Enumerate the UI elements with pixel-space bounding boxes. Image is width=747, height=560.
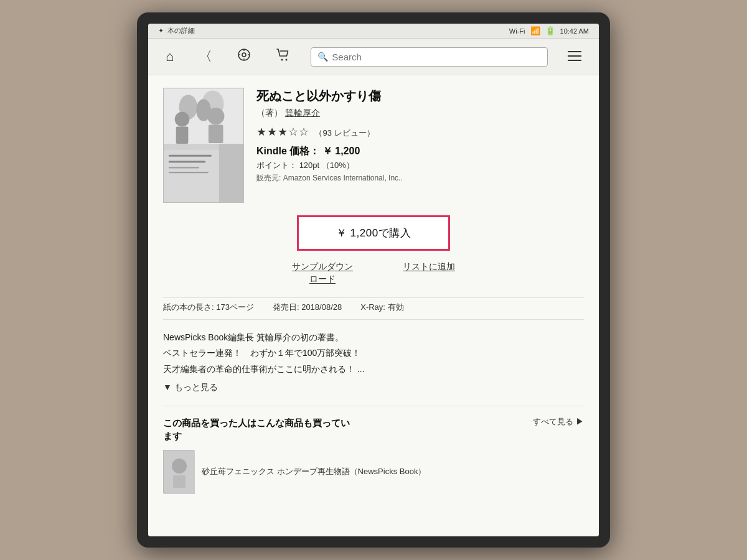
kindle-logo-icon: ✦ — [158, 27, 164, 35]
desc-line2: ベストセラー連発！ わずか１年で100万部突破！ — [163, 345, 584, 361]
app-name: 本の詳細 — [167, 26, 195, 35]
back-button[interactable]: 〈 — [194, 45, 217, 68]
search-input[interactable] — [332, 52, 541, 62]
cart-button[interactable] — [271, 45, 296, 68]
more-link[interactable]: ▼ もっと見る — [163, 382, 584, 393]
rating: ★★★☆☆ （93 レビュー） — [256, 125, 584, 139]
also-bought-title: この商品を買った人はこんな商品も買っています — [163, 416, 527, 442]
svg-rect-28 — [173, 475, 186, 488]
home-button[interactable]: ⌂ — [161, 46, 179, 67]
author-prefix: （著） — [256, 108, 283, 118]
main-content: 死ぬこと以外かすり傷 （著） 箕輪厚介 ★★★☆☆ （93 レビュー） Kind… — [148, 75, 599, 536]
review-count: （93 レビュー） — [314, 128, 374, 138]
points-value: 120pt — [299, 161, 320, 170]
book-description: NewsPicks Book編集長 箕輪厚介の初の著書。 ベストセラー連発！ わ… — [163, 330, 584, 377]
svg-rect-21 — [169, 172, 209, 173]
book-info: 死ぬこと以外かすり傷 （著） 箕輪厚介 ★★★☆☆ （93 レビュー） Kind… — [256, 88, 584, 203]
svg-rect-23 — [176, 126, 189, 144]
book-section: 死ぬこと以外かすり傷 （著） 箕輪厚介 ★★★☆☆ （93 レビュー） Kind… — [163, 88, 584, 203]
wifi-icon: 📶 — [530, 26, 540, 35]
battery-icon: 🔋 — [545, 26, 555, 35]
status-left: ✦ 本の詳細 — [158, 26, 195, 35]
sample-download-link[interactable]: サンプルダウンロード — [292, 261, 353, 285]
kindle-price-label: Kindle 価格： — [256, 146, 319, 156]
book-cover — [163, 88, 244, 203]
stars: ★★★☆☆ — [256, 126, 309, 138]
action-links: サンプルダウンロード リストに追加 — [163, 261, 584, 285]
time-display: 10:42 AM — [560, 27, 589, 35]
also-bought-section: この商品を買った人はこんな商品も買っています すべて見る ▶ 砂丘苺フェニックス… — [163, 406, 584, 493]
book-title: 死ぬこと以外かすり傷 — [256, 88, 584, 104]
buy-button[interactable]: ￥ 1,200で購入 — [297, 215, 450, 251]
points-pct: （10%） — [322, 161, 354, 170]
points: ポイント： 120pt （10%） — [256, 160, 584, 171]
book-meta: 紙の本の長さ: 173ページ 発売日: 2018/08/28 X-Ray: 有効 — [163, 297, 584, 320]
points-label: ポイント： — [256, 161, 297, 170]
status-bar: ✦ 本の詳細 Wi-Fi 📶 🔋 10:42 AM — [148, 24, 599, 39]
pages-meta: 紙の本の長さ: 173ページ — [163, 302, 254, 313]
also-bought-header: この商品を買った人はこんな商品も買っています すべて見る ▶ — [163, 416, 584, 442]
svg-point-6 — [281, 59, 283, 61]
svg-point-24 — [207, 108, 225, 125]
xray-meta: X-Ray: 有効 — [360, 302, 403, 313]
desc-line3: 天才編集者の革命的仕事術がここに明かされる！ ... — [163, 362, 584, 377]
price-section: Kindle 価格： ￥ 1,200 ポイント： 120pt （10%） 販売元… — [256, 145, 584, 184]
discover-button[interactable] — [232, 45, 256, 68]
seller-name: Amazon Services International, Inc.. — [283, 174, 403, 182]
kindle-device: ✦ 本の詳細 Wi-Fi 📶 🔋 10:42 AM ⌂ 〈 — [137, 12, 610, 548]
svg-rect-18 — [169, 155, 212, 157]
kindle-price: Kindle 価格： ￥ 1,200 — [256, 145, 584, 158]
svg-point-1 — [242, 53, 246, 57]
svg-rect-19 — [169, 161, 205, 163]
add-to-list-link[interactable]: リストに追加 — [403, 261, 455, 285]
buy-button-container: ￥ 1,200で購入 — [163, 215, 584, 251]
search-box[interactable]: 🔍 — [311, 47, 548, 67]
related-book-item: 砂丘苺フェニックス ホンデープ再生物語（NewsPicks Book） — [163, 450, 584, 493]
seller-label: 販売元: — [256, 174, 281, 182]
book-author: （著） 箕輪厚介 — [256, 108, 584, 119]
kindle-price-value: ￥ 1,200 — [322, 146, 360, 156]
author-name[interactable]: 箕輪厚介 — [285, 108, 320, 118]
desc-line1: NewsPicks Book編集長 箕輪厚介の初の著書。 — [163, 330, 584, 345]
svg-point-22 — [175, 112, 190, 127]
navigation-bar: ⌂ 〈 🔍 — [148, 39, 599, 75]
svg-rect-25 — [209, 125, 223, 144]
svg-rect-16 — [219, 144, 243, 202]
svg-point-7 — [286, 59, 288, 61]
see-all-link[interactable]: すべて見る ▶ — [533, 416, 584, 427]
wifi-label: Wi-Fi — [509, 27, 525, 35]
search-icon: 🔍 — [317, 52, 328, 62]
svg-rect-20 — [169, 167, 199, 168]
xray-label: X-Ray: — [360, 302, 385, 312]
svg-point-27 — [172, 459, 187, 474]
kindle-screen: ✦ 本の詳細 Wi-Fi 📶 🔋 10:42 AM ⌂ 〈 — [148, 24, 599, 536]
svg-rect-17 — [164, 150, 219, 202]
menu-button[interactable] — [563, 47, 586, 67]
related-book-cover — [163, 450, 194, 493]
release-meta: 発売日: 2018/08/28 — [273, 302, 342, 313]
status-right: Wi-Fi 📶 🔋 10:42 AM — [509, 26, 589, 35]
related-book-title[interactable]: 砂丘苺フェニックス ホンデープ再生物語（NewsPicks Book） — [202, 466, 426, 477]
seller: 販売元: Amazon Services International, Inc.… — [256, 173, 584, 184]
xray-value: 有効 — [388, 302, 404, 312]
